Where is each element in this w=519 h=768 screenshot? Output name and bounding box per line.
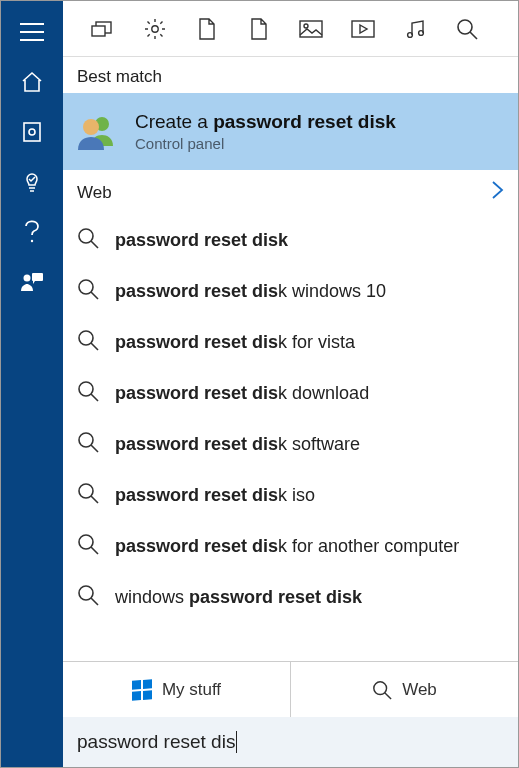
document-icon (198, 18, 216, 40)
svg-line-25 (91, 343, 98, 350)
svg-point-36 (374, 681, 387, 694)
person-chat-icon (20, 271, 44, 293)
folder-icon (250, 18, 268, 40)
scope-filters: My stuff Web (63, 661, 518, 717)
svg-point-28 (79, 433, 93, 447)
web-result[interactable]: password reset disk for vista (63, 317, 518, 368)
apps-filter[interactable] (91, 17, 115, 41)
web-results-list: password reset diskpassword reset disk w… (63, 211, 518, 661)
web-result-text: password reset disk (115, 230, 288, 251)
music-filter[interactable] (403, 17, 427, 41)
web-result-text: password reset disk for another computer (115, 536, 459, 557)
svg-line-37 (385, 692, 391, 698)
settings-filter[interactable] (143, 17, 167, 41)
web-result[interactable]: password reset disk software (63, 419, 518, 470)
svg-line-33 (91, 547, 98, 554)
search-query-text: password reset dis (77, 731, 235, 753)
documents-filter[interactable] (195, 17, 219, 41)
svg-rect-9 (92, 26, 105, 36)
search-icon (77, 533, 99, 560)
feedback-button[interactable] (1, 257, 63, 307)
search-icon (77, 329, 99, 356)
filter-toolbar (63, 1, 518, 57)
svg-point-26 (79, 382, 93, 396)
search-icon (77, 482, 99, 509)
svg-point-30 (79, 484, 93, 498)
web-scope-label: Web (402, 680, 437, 700)
web-result-text: password reset disk software (115, 434, 360, 455)
web-result[interactable]: windows password reset disk (63, 572, 518, 623)
svg-point-6 (24, 275, 31, 282)
chevron-right-icon (490, 180, 504, 205)
svg-rect-13 (352, 21, 374, 37)
web-result-text: password reset disk for vista (115, 332, 355, 353)
web-result-text: password reset disk windows 10 (115, 281, 386, 302)
web-result-text: windows password reset disk (115, 587, 362, 608)
web-result[interactable]: password reset disk for another computer (63, 521, 518, 572)
tips-button[interactable] (1, 157, 63, 207)
photo-icon (299, 20, 323, 38)
best-match-header[interactable]: Best match (63, 57, 518, 93)
lightbulb-check-icon (20, 170, 44, 194)
search-icon (456, 18, 478, 40)
svg-line-27 (91, 394, 98, 401)
music-icon (404, 18, 426, 40)
folders-filter[interactable] (247, 17, 271, 41)
svg-point-19 (83, 119, 99, 135)
svg-point-34 (79, 586, 93, 600)
user-accounts-icon (77, 112, 117, 152)
best-match-result[interactable]: Create a password reset disk Control pan… (63, 93, 518, 170)
menu-button[interactable] (1, 7, 63, 57)
photos-filter[interactable] (299, 17, 323, 41)
search-icon (77, 278, 99, 305)
notebook-button[interactable] (1, 107, 63, 157)
web-header[interactable]: Web (63, 170, 518, 211)
search-icon (372, 680, 392, 700)
svg-point-32 (79, 535, 93, 549)
svg-line-35 (91, 598, 98, 605)
svg-line-29 (91, 445, 98, 452)
svg-point-22 (79, 280, 93, 294)
web-result[interactable]: password reset disk windows 10 (63, 266, 518, 317)
svg-point-20 (79, 229, 93, 243)
cortana-sidebar (1, 1, 63, 767)
svg-point-24 (79, 331, 93, 345)
svg-point-12 (304, 24, 308, 28)
svg-point-16 (458, 20, 472, 34)
my-stuff-label: My stuff (162, 680, 221, 700)
web-search-filter[interactable] (455, 17, 479, 41)
web-scope-button[interactable]: Web (290, 662, 518, 717)
windows-logo-icon (132, 679, 152, 700)
svg-rect-11 (300, 21, 322, 37)
svg-line-17 (470, 32, 477, 39)
svg-point-5 (31, 240, 33, 242)
search-input[interactable]: password reset dis (63, 717, 518, 767)
svg-rect-3 (24, 123, 40, 141)
best-match-subtitle: Control panel (135, 135, 396, 152)
web-result[interactable]: password reset disk download (63, 368, 518, 419)
svg-line-31 (91, 496, 98, 503)
videos-filter[interactable] (351, 17, 375, 41)
search-icon (77, 380, 99, 407)
best-match-text: Create a password reset disk Control pan… (135, 111, 396, 152)
search-icon (77, 227, 99, 254)
svg-line-23 (91, 292, 98, 299)
question-icon (22, 219, 42, 245)
svg-point-4 (29, 129, 35, 135)
help-button[interactable] (1, 207, 63, 257)
text-caret (236, 731, 237, 753)
home-icon (20, 70, 44, 94)
my-stuff-button[interactable]: My stuff (63, 662, 290, 717)
svg-line-21 (91, 241, 98, 248)
web-label: Web (77, 183, 112, 203)
home-button[interactable] (1, 57, 63, 107)
best-match-label: Best match (77, 67, 162, 87)
gear-icon (144, 18, 166, 40)
best-match-title: Create a password reset disk (135, 111, 396, 133)
web-result[interactable]: password reset disk (63, 215, 518, 266)
search-icon (77, 431, 99, 458)
apps-icon (91, 19, 115, 39)
svg-point-10 (152, 25, 158, 31)
web-result[interactable]: password reset disk iso (63, 470, 518, 521)
search-panel: Best match Create a password reset disk … (63, 1, 518, 767)
